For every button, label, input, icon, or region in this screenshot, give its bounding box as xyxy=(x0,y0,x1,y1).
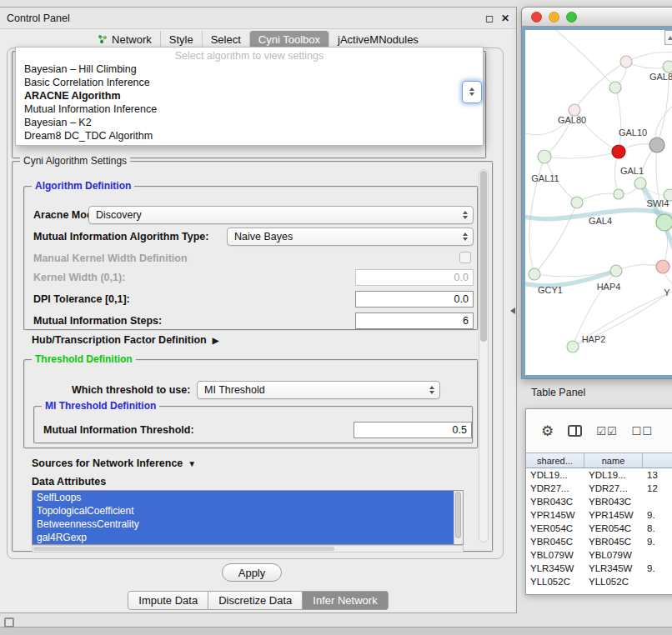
attribute-item[interactable]: BetweennessCentrality xyxy=(33,518,454,531)
select-all-columns-icon[interactable]: ☑☑ xyxy=(596,425,617,438)
table-row[interactable]: YER054CYER054C8. xyxy=(526,522,672,535)
table-row[interactable]: YPR145WYPR145W9. xyxy=(526,508,672,522)
network-scrollbar[interactable] xyxy=(664,30,672,45)
network-node[interactable] xyxy=(529,268,540,280)
mi-steps-field[interactable]: 6 xyxy=(355,312,474,329)
dpi-tolerance-field[interactable]: 0.0 xyxy=(355,291,474,308)
gear-icon[interactable]: ⚙ xyxy=(541,424,554,438)
float-window-icon[interactable]: ◻ xyxy=(485,12,494,24)
scrollbar-thumb[interactable] xyxy=(455,492,461,538)
network-node[interactable] xyxy=(656,214,672,231)
chevron-updown-icon xyxy=(463,232,468,241)
network-node[interactable] xyxy=(567,341,579,352)
network-node[interactable] xyxy=(663,61,672,72)
kernel-width-field[interactable]: 0.0 xyxy=(355,269,474,286)
mi-threshold-field[interactable]: 0.5 xyxy=(354,422,472,438)
node-label: GAL11 xyxy=(531,173,559,183)
algorithm-combobox-fragment[interactable] xyxy=(462,81,482,103)
kernel-width-label: Kernel Width (0,1): xyxy=(33,268,125,287)
columns-icon[interactable] xyxy=(568,425,582,437)
algorithm-option[interactable]: ARACNE Algorithm xyxy=(16,89,483,102)
network-node[interactable] xyxy=(620,56,632,68)
algorithm-option[interactable]: Basic Correlation Inference xyxy=(16,76,483,89)
network-node[interactable] xyxy=(610,265,622,277)
which-threshold-label: Which threshold to use: xyxy=(72,381,190,399)
dock-panel-icon[interactable] xyxy=(4,618,14,628)
table-cell: YDL19... xyxy=(526,468,584,482)
hub-transcription-factor-section[interactable]: Hub/Transcription Factor Definition ▶ xyxy=(32,334,218,346)
network-node[interactable] xyxy=(609,82,621,93)
table-cell xyxy=(643,575,672,588)
network-svg: GAL80GAL80GAL10GAL11GAL1SWI4GAL4GCY1HAP4… xyxy=(525,30,672,384)
mi-algorithm-type-select[interactable]: Naive Bayes xyxy=(227,228,474,246)
table-row[interactable]: YDL19...YDL19...13 xyxy=(526,468,672,482)
zoom-traffic-light-icon[interactable] xyxy=(566,12,577,22)
tab-network[interactable]: Network xyxy=(89,31,160,48)
columns-icon-divider xyxy=(575,427,577,435)
network-node[interactable] xyxy=(634,178,646,189)
close-traffic-light-icon[interactable] xyxy=(531,12,542,22)
mi-algorithm-type-label: Mutual Information Algorithm Type: xyxy=(33,228,208,246)
network-node[interactable] xyxy=(571,197,583,208)
network-node[interactable] xyxy=(656,260,669,273)
table-row[interactable]: YLR345WYLR345W9. xyxy=(526,562,672,575)
tab-impute-data[interactable]: Impute Data xyxy=(128,591,208,610)
expanded-arrow-icon[interactable]: ▼ xyxy=(188,459,196,468)
table-panel-label: Table Panel xyxy=(531,387,585,398)
sources-section-label: Sources for Network Inference xyxy=(32,458,183,469)
table-column-header[interactable]: shared... xyxy=(526,453,584,468)
collapsed-arrow-icon[interactable]: ▶ xyxy=(213,336,219,345)
settings-scrollbar[interactable] xyxy=(479,169,489,542)
which-threshold-select[interactable]: MI Threshold xyxy=(197,381,440,399)
close-icon[interactable]: ✕ xyxy=(501,12,509,24)
attribute-item[interactable]: TopologicalCoefficient xyxy=(33,504,454,518)
algorithm-option[interactable]: Dream8 DC_TDC Algorithm xyxy=(16,129,483,142)
unselect-all-columns-icon[interactable]: ☐☐ xyxy=(632,425,653,438)
network-node[interactable] xyxy=(649,138,664,152)
tab-jactivemnodules[interactable]: jActiveMNodules xyxy=(328,31,427,48)
table-row[interactable]: YBL079WYBL079W xyxy=(526,548,672,562)
table-row[interactable]: YLL052CYLL052C xyxy=(526,575,672,588)
tab-style[interactable]: Style xyxy=(160,31,202,48)
field-value: 0.5 xyxy=(453,424,467,436)
node-label: HAP4 xyxy=(597,282,621,292)
scrollbar-thumb[interactable] xyxy=(480,171,487,342)
tab-discretize-data[interactable]: Discretize Data xyxy=(208,591,303,610)
network-node[interactable] xyxy=(614,189,624,199)
splitter-collapse-icon[interactable] xyxy=(510,308,515,314)
attribute-item[interactable]: SelfLoops xyxy=(33,491,454,504)
table-row[interactable]: YBR043CYBR043C xyxy=(526,495,672,508)
chevron-updown-icon xyxy=(463,211,468,219)
scroll-up-arrow-icon xyxy=(668,36,672,40)
attributes-horizontal-scrollbar[interactable] xyxy=(32,545,464,552)
algorithm-option[interactable]: Bayesian – K2 xyxy=(16,116,483,129)
algorithm-option[interactable]: Mutual Information Inference xyxy=(16,102,483,116)
data-attributes-list[interactable]: SelfLoopsTopologicalCoefficientBetweenne… xyxy=(32,490,464,545)
table-row[interactable]: YDR27...YDR27...12 xyxy=(526,482,672,495)
algorithm-option[interactable]: Bayesian – Hill Climbing xyxy=(16,62,483,76)
network-node[interactable] xyxy=(569,104,580,116)
tab-cyni-toolbox[interactable]: Cyni Toolbox xyxy=(249,31,328,48)
apply-button[interactable]: Apply xyxy=(222,563,282,582)
table-cell: 12 xyxy=(643,482,672,495)
attribute-item[interactable]: gal4RGexp xyxy=(33,531,454,544)
table-row[interactable]: YBR045CYBR045C9. xyxy=(526,535,672,548)
scrollbar-thumb[interactable] xyxy=(33,547,334,551)
network-node[interactable] xyxy=(612,145,625,158)
network-node[interactable] xyxy=(538,150,551,163)
sources-for-network-inference-section[interactable]: Sources for Network Inference ▼ xyxy=(32,458,196,469)
attributes-vertical-scrollbar[interactable] xyxy=(454,491,463,544)
table-panel-window: ⚙ ☑☑ ☐☐ shared...name YDL19...YDL19...13… xyxy=(525,408,672,595)
data-attributes-label: Data Attributes xyxy=(32,476,106,488)
table-column-header[interactable]: name xyxy=(584,453,643,468)
aracne-mode-select[interactable]: Discovery xyxy=(88,206,474,224)
network-canvas[interactable]: GAL80GAL80GAL10GAL11GAL1SWI4GAL4GCY1HAP4… xyxy=(522,27,672,378)
table-cell xyxy=(643,495,672,508)
tab-select[interactable]: Select xyxy=(202,31,249,48)
network-window-titlebar[interactable] xyxy=(522,8,672,27)
table-cell: YBR043C xyxy=(584,495,643,508)
minimize-traffic-light-icon[interactable] xyxy=(549,12,559,22)
tab-infer-network[interactable]: Infer Network xyxy=(303,591,388,610)
manual-kernel-width-checkbox[interactable] xyxy=(459,252,471,263)
table-column-header[interactable] xyxy=(643,453,672,468)
